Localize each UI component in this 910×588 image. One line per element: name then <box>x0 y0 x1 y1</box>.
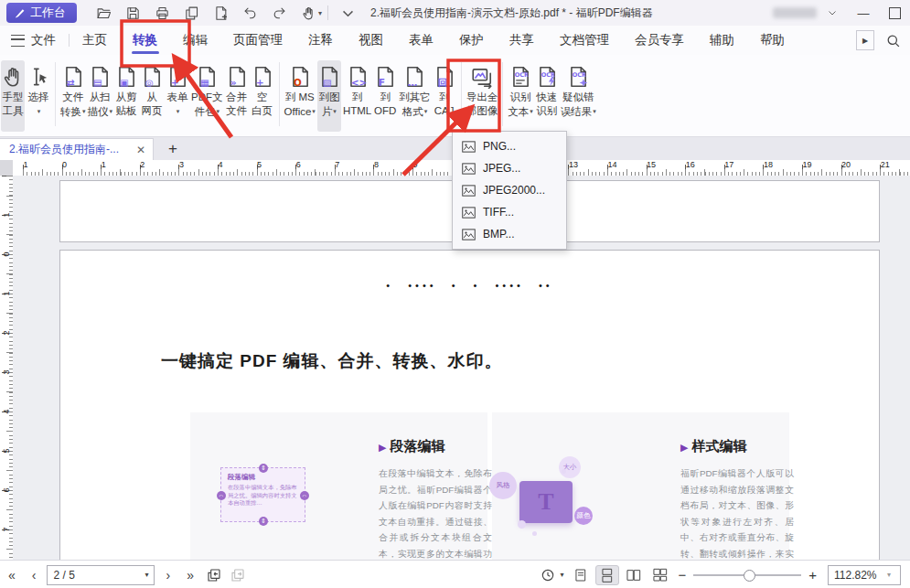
undo-button[interactable] <box>236 2 263 24</box>
ribbon-button-select[interactable]: 选择▾ <box>27 60 50 132</box>
search-button[interactable] <box>885 33 901 48</box>
resize-handle-bottom: ⇕ <box>259 517 268 526</box>
ribbon-button-ocr-quick[interactable]: OCR快速识别 <box>535 60 559 132</box>
minimize-button[interactable]: — <box>848 1 879 25</box>
ribbon-button-hand-tool[interactable]: 手型工具 <box>1 60 25 132</box>
menu-item-png[interactable]: PNG... <box>453 135 566 157</box>
menu-tab-14[interactable]: 帮助 <box>747 26 798 55</box>
collapse-ribbon-chevron[interactable] <box>334 2 361 24</box>
ribbon-button-form[interactable]: +表单▾ <box>166 60 189 132</box>
v-ruler-label: 1 <box>2 208 11 221</box>
open-folder-button[interactable] <box>90 2 117 24</box>
prev-page-button[interactable]: ‹ <box>24 568 45 583</box>
menu-tab-8[interactable]: 表单 <box>396 26 446 55</box>
menu-tab-13[interactable]: 辅助 <box>697 26 747 55</box>
menu-item-bmp[interactable]: BMP... <box>453 223 566 245</box>
document-tab[interactable]: 2.福昕会员使用指南-... ✕ <box>0 138 154 160</box>
to-ms-office-icon: O <box>288 63 312 91</box>
convert-file-icon: ⇄ <box>61 63 85 91</box>
menu-tab-2[interactable]: 主页 <box>70 26 120 55</box>
document-title: 2.福昕会员使用指南-演示文档-原始.pdf * - 福昕PDF编辑器 <box>370 5 653 21</box>
menu-tab-11[interactable]: 文档管理 <box>547 26 622 55</box>
ribbon-button-label: 到HTML <box>343 91 371 118</box>
quick-access-toolbar <box>90 2 322 24</box>
save-button[interactable] <box>119 2 146 24</box>
ribbon-button-from-web[interactable]: ◎从网页 <box>140 60 164 132</box>
next-page-button[interactable]: › <box>157 568 178 583</box>
last-page-button[interactable]: » <box>178 568 202 583</box>
menu-tab-7[interactable]: 视图 <box>346 26 396 55</box>
zoom-in-button[interactable]: + <box>803 567 822 583</box>
menu-tab-12[interactable]: 会员专享 <box>622 26 697 55</box>
ribbon-button-label: 到其它格式▾ <box>399 91 431 119</box>
ribbon-button-label: 手型工具 <box>3 91 24 118</box>
ribbon-button-to-caj[interactable]: 回到CAJ <box>433 60 456 132</box>
workspace-button[interactable]: 工作台 <box>6 3 77 23</box>
zoom-slider[interactable] <box>693 574 801 576</box>
facing-page-button[interactable] <box>622 565 646 585</box>
zoom-out-button[interactable]: − <box>672 567 691 583</box>
hamburger-icon[interactable] <box>11 35 25 47</box>
ribbon-button-label: 从网页 <box>142 91 163 118</box>
ribbon-button-to-image[interactable]: ▨到图片▾ <box>317 60 341 132</box>
ribbon-button-merge-files[interactable]: »合并文件 <box>225 60 249 132</box>
ribbon-button-convert-file[interactable]: ⇄文件转换▾ <box>60 60 86 132</box>
menu-item-jpeg[interactable]: JPEG... <box>453 157 566 179</box>
single-page-icon <box>573 568 588 583</box>
zoom-level-value: 112.82% <box>829 569 887 582</box>
image-file-icon <box>462 229 476 241</box>
menu-overflow-button[interactable]: ▶ <box>856 30 874 50</box>
menu-tab-3[interactable]: 转换 <box>120 26 170 55</box>
ribbon-button-to-ofd[interactable]: F到OFD <box>373 60 397 132</box>
continuous-page-button[interactable] <box>595 565 619 585</box>
v-ruler-label: 2 <box>2 326 11 339</box>
page-number-input[interactable]: 2 / 5 ▾ <box>47 565 155 585</box>
select-icon <box>27 63 50 91</box>
new-page-button[interactable] <box>207 2 234 24</box>
maximize-button[interactable] <box>879 1 910 25</box>
ribbon-button-blank-page[interactable]: +空白页 <box>251 60 274 132</box>
graphic-box-text: 在段落中编辑文本，免除布局之忧。编辑内容时支持文本自动重排… <box>228 484 298 508</box>
ribbon-button-ocr-suspect[interactable]: OCR疑似错误结果▾ <box>561 60 596 132</box>
ribbon-button-ocr-text[interactable]: OCR识别文本▾ <box>508 60 533 132</box>
read-mode-caret[interactable]: ▾ <box>560 571 563 579</box>
zoom-slider-thumb[interactable] <box>744 570 755 582</box>
chevron-down-icon <box>340 5 356 21</box>
copy-page-button[interactable] <box>177 2 205 24</box>
zoom-dropdown-caret[interactable]: ▾ <box>887 571 900 579</box>
menu-tab-10[interactable]: 共享 <box>497 26 547 55</box>
redo-button[interactable] <box>265 2 293 24</box>
first-page-button[interactable]: « <box>0 568 24 583</box>
menu-item-label: JPEG2000... <box>483 184 545 197</box>
menu-tab-4[interactable]: 编辑 <box>170 26 220 55</box>
ribbon-button-from-scanner[interactable]: ▤从扫描仪▾ <box>88 60 113 132</box>
ribbon-button-pdf-package[interactable]: ▦PDF文件包▾ <box>191 60 223 132</box>
ribbon-button-to-html[interactable]: <>到HTML <box>343 60 371 132</box>
menu-tab-6[interactable]: 注释 <box>295 26 346 55</box>
zoom-level-input[interactable]: 112.82% ▾ <box>828 565 901 585</box>
ribbon-button-from-clipboard[interactable]: ▣从剪贴板 <box>114 60 138 132</box>
titlebar-chevron[interactable] <box>817 1 848 25</box>
menu-tab-9[interactable]: 保护 <box>446 26 497 55</box>
hand-dropdown-caret[interactable]: ▾ <box>318 9 322 17</box>
menu-item-tiff[interactable]: TIFF... <box>453 201 566 223</box>
menu-item-jpeg2000[interactable]: JPEG2000... <box>453 179 566 201</box>
print-button[interactable] <box>148 2 176 24</box>
read-mode-button[interactable] <box>536 565 560 585</box>
next-view-button[interactable] <box>226 565 250 585</box>
svg-text:▦: ▦ <box>200 77 209 88</box>
ribbon-button-to-other-format[interactable]: …到其它格式▾ <box>399 60 431 132</box>
facing-continuous-button[interactable] <box>648 565 672 585</box>
ribbon-button-export-all-images[interactable]: 导出全部图像 <box>466 60 498 132</box>
prev-view-button[interactable] <box>202 565 226 585</box>
page-dropdown-caret[interactable]: ▾ <box>138 571 154 579</box>
new-tab-button[interactable]: + <box>163 140 183 160</box>
card-body-text: 在段落中编辑文本，免除布局之忧。福昕PDF编辑器个人版在编辑PDF内容时支持文本… <box>379 465 492 560</box>
menu-tab-5[interactable]: 页面管理 <box>220 26 295 55</box>
close-tab-icon[interactable]: ✕ <box>134 144 147 156</box>
single-page-button[interactable] <box>569 565 593 585</box>
menu-tab-1[interactable]: 文件 <box>25 26 69 55</box>
quill-icon <box>14 7 26 19</box>
svg-text:…: … <box>408 77 417 88</box>
ribbon-button-to-ms-office[interactable]: O到 MSOffice▾ <box>284 60 316 132</box>
